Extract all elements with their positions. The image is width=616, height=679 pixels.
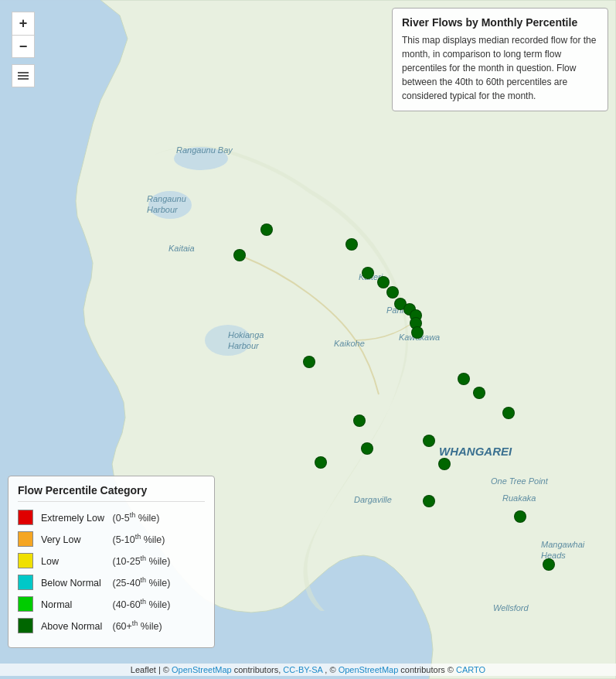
legend-item-normal: Normal (40-60th %ile): [18, 596, 205, 612]
svg-point-2: [148, 191, 192, 219]
map-dot-14[interactable]: [502, 407, 515, 419]
map-dot-12[interactable]: [458, 373, 470, 385]
attribution-osm-link[interactable]: OpenStreetMap: [172, 665, 232, 674]
legend-name-low: Low: [41, 556, 107, 567]
map-dot-18[interactable]: [438, 458, 451, 470]
map-dot-2[interactable]: [345, 238, 358, 251]
map-dot-16[interactable]: [361, 442, 373, 455]
legend-item-below-normal: Below Normal (25-40th %ile): [18, 575, 205, 590]
attribution-license-link[interactable]: CC-BY-SA: [283, 665, 322, 674]
layers-button[interactable]: [12, 64, 35, 87]
info-box: River Flows by Monthly Percentile This m…: [392, 8, 608, 111]
svg-point-3: [205, 325, 251, 356]
attribution-sep2: , ©: [325, 665, 338, 674]
legend-color-below-normal: [18, 575, 33, 590]
legend-items: Extremely Low (0-5th %ile)Very Low (5-10…: [18, 510, 205, 633]
legend-name-above-normal: Above Normal: [41, 621, 107, 632]
legend-title: Flow Percentile Category: [18, 484, 205, 502]
legend-item-very-low: Very Low (5-10th %ile): [18, 531, 205, 547]
map-dot-3[interactable]: [362, 267, 374, 279]
attribution-leaflet: Leaflet: [131, 665, 156, 674]
map-dot-13[interactable]: [473, 387, 485, 399]
legend-name-below-normal: Below Normal: [41, 578, 107, 589]
legend-color-very-low: [18, 531, 33, 547]
map-dot-4[interactable]: [377, 276, 390, 288]
map-dot-5[interactable]: [386, 286, 399, 299]
legend-color-extremely-low: [18, 510, 33, 525]
attribution-contributors2: contributors ©: [400, 665, 456, 674]
svg-rect-5: [18, 72, 29, 73]
svg-rect-7: [18, 78, 29, 80]
legend-range-very-low: (5-10th %ile): [110, 533, 165, 545]
legend-label-below-normal: Below Normal (25-40th %ile): [41, 576, 170, 589]
attribution-osm-link2[interactable]: OpenStreetMap: [339, 665, 399, 674]
legend-name-very-low: Very Low: [41, 534, 107, 545]
legend-name-normal: Normal: [41, 599, 107, 610]
legend-label-extremely-low: Extremely Low (0-5th %ile): [41, 511, 159, 524]
attribution: Leaflet | © OpenStreetMap contributors, …: [0, 664, 616, 676]
map-dot-0[interactable]: [260, 223, 273, 236]
svg-rect-6: [18, 75, 29, 77]
attribution-contributors: contributors,: [234, 665, 284, 674]
map-dot-20[interactable]: [423, 495, 435, 507]
map-dot-19[interactable]: [315, 456, 327, 469]
legend-range-above-normal: (60+th %ile): [110, 619, 162, 632]
legend-range-below-normal: (25-40th %ile): [110, 576, 170, 589]
map-dot-11[interactable]: [303, 356, 315, 368]
legend-range-extremely-low: (0-5th %ile): [110, 511, 159, 524]
legend-label-normal: Normal (40-60th %ile): [41, 598, 170, 610]
legend-label-very-low: Very Low (5-10th %ile): [41, 533, 165, 545]
legend-name-extremely-low: Extremely Low: [41, 513, 107, 524]
legend-color-above-normal: [18, 618, 33, 633]
legend-item-extremely-low: Extremely Low (0-5th %ile): [18, 510, 205, 525]
legend-box: Flow Percentile Category Extremely Low (…: [8, 476, 215, 648]
legend-label-above-normal: Above Normal (60+th %ile): [41, 619, 162, 632]
zoom-in-button[interactable]: +: [12, 12, 35, 35]
map-container: + − River Flows by Monthly Percentile Th…: [0, 0, 616, 679]
map-dot-15[interactable]: [353, 415, 366, 427]
legend-range-low: (10-25th %ile): [110, 554, 170, 567]
map-dot-1[interactable]: [233, 249, 246, 261]
info-box-text: This map displays median recorded flow f…: [402, 33, 598, 103]
layers-icon: [16, 69, 30, 83]
info-box-title: River Flows by Monthly Percentile: [402, 16, 598, 29]
legend-item-above-normal: Above Normal (60+th %ile): [18, 618, 205, 633]
legend-color-low: [18, 553, 33, 568]
legend-range-normal: (40-60th %ile): [110, 598, 170, 610]
zoom-out-button[interactable]: −: [12, 35, 35, 58]
map-dot-10[interactable]: [411, 326, 424, 339]
map-dot-22[interactable]: [543, 558, 555, 571]
attribution-separator: | ©: [158, 665, 172, 674]
legend-label-low: Low (10-25th %ile): [41, 554, 170, 567]
map-dot-21[interactable]: [514, 510, 526, 523]
map-dot-17[interactable]: [423, 435, 435, 447]
legend-item-low: Low (10-25th %ile): [18, 553, 205, 568]
attribution-carto-link[interactable]: CARTO: [456, 665, 485, 674]
legend-color-normal: [18, 596, 33, 612]
svg-point-1: [174, 147, 228, 170]
map-controls: + −: [12, 12, 35, 87]
